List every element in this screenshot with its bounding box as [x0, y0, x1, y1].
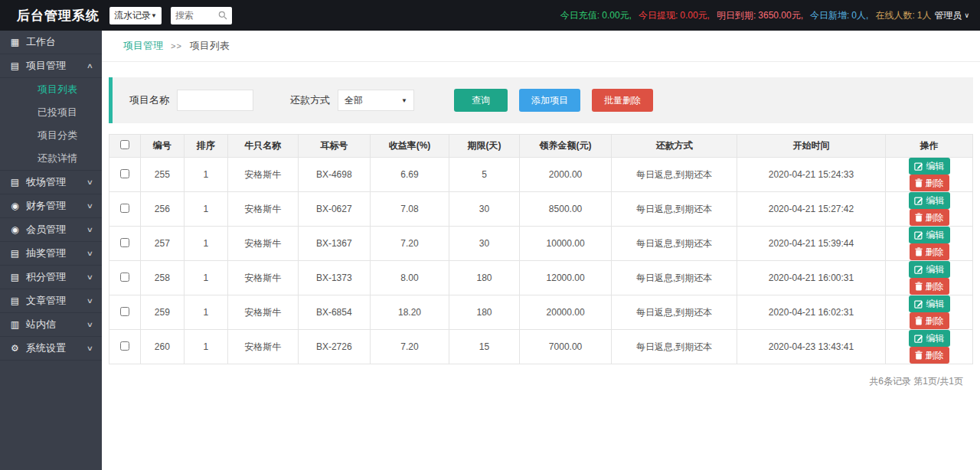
add-project-button[interactable]: 添加项目 [519, 89, 580, 112]
column-header: 牛只名称 [227, 135, 298, 158]
edit-button-label: 编辑 [926, 194, 945, 207]
table-header-row: 编号排序牛只名称耳标号收益率(%)期限(天)领养金额(元)还款方式开始时间操作 [109, 135, 973, 158]
table-row: 2591安格斯牛BX-685418.2018020000.00每日返息,到期还本… [109, 295, 973, 330]
table-cell: 安格斯牛 [227, 158, 298, 192]
breadcrumb-parent[interactable]: 项目管理 [123, 39, 163, 53]
select-all-checkbox[interactable] [120, 140, 129, 149]
edit-button-label: 编辑 [926, 298, 945, 311]
document-icon: ▤ [9, 272, 21, 282]
sidebar: ▦工作台▤项目管理∧项目列表已投项目项目分类还款详情▤牧场管理∨◉财务管理∨◉会… [0, 31, 102, 470]
table-cell: 2020-04-21 15:39:44 [737, 227, 885, 261]
query-button[interactable]: 查询 [454, 89, 508, 112]
header-stat: 今日新增:0人, [810, 9, 868, 22]
table-cell: 安格斯牛 [227, 295, 298, 330]
delete-button[interactable]: 删除 [910, 278, 949, 295]
edit-button[interactable]: 编辑 [909, 158, 950, 175]
stat-label: 明日到期: [717, 9, 756, 22]
sidebar-item-财务管理[interactable]: ◉财务管理∨ [0, 194, 102, 218]
row-actions-cell: 编辑删除 [886, 158, 973, 192]
stat-label: 今日新增: [810, 9, 849, 22]
sidebar-item-牧场管理[interactable]: ▤牧场管理∨ [0, 171, 102, 194]
row-checkbox[interactable] [120, 307, 129, 316]
table-cell: BX-6854 [298, 295, 370, 330]
search-input[interactable] [175, 10, 218, 21]
table-cell: 2020-04-21 15:27:42 [737, 192, 885, 227]
column-header: 领养金额(元) [519, 135, 612, 158]
repay-method-label: 还款方式 [290, 93, 330, 107]
header-stat: 今日充值:0.00元, [560, 9, 632, 22]
table-cell: 18.20 [370, 295, 449, 330]
column-header: 耳标号 [298, 135, 370, 158]
main-content: 项目管理 >> 项目列表 项目名称 还款方式 全部 ▼ 查询 添加项目 批量删除… [102, 31, 980, 470]
edit-button[interactable]: 编辑 [909, 261, 950, 278]
sidebar-item-积分管理[interactable]: ▤积分管理∨ [0, 266, 102, 289]
table-cell: 255 [140, 158, 185, 192]
sidebar-item-label: 工作台 [26, 35, 56, 49]
dashboard-grid-icon: ▦ [9, 37, 21, 47]
sidebar-subitem-项目分类[interactable]: 项目分类 [0, 124, 102, 147]
sidebar-item-系统设置[interactable]: ⚙系统设置∨ [0, 337, 102, 361]
document-icon: ▤ [9, 177, 21, 188]
row-checkbox[interactable] [120, 273, 129, 282]
table-row: 2581安格斯牛BX-13738.0018012000.00每日返息,到期还本2… [109, 261, 973, 295]
chevron-down-icon: ∨ [87, 273, 93, 281]
admin-menu[interactable]: 管理员 ∨ [934, 9, 969, 22]
table-cell: 每日返息,到期还本 [612, 158, 737, 192]
document-icon: ▤ [9, 295, 21, 306]
table-cell: 30 [449, 192, 519, 227]
table-row: 2601安格斯牛BX-27267.20157000.00每日返息,到期还本202… [109, 330, 973, 364]
delete-button[interactable]: 删除 [910, 312, 949, 329]
table-cell: 15 [449, 330, 519, 364]
sidebar-item-label: 项目管理 [26, 59, 66, 73]
search-icon[interactable] [218, 11, 227, 20]
edit-button[interactable]: 编辑 [909, 295, 950, 312]
table-cell: BX-2726 [298, 330, 370, 364]
stat-value: 0.00元, [602, 9, 632, 22]
row-checkbox[interactable] [120, 169, 129, 178]
row-checkbox[interactable] [120, 204, 129, 213]
edit-button-label: 编辑 [926, 332, 945, 345]
edit-button[interactable]: 编辑 [909, 192, 950, 209]
row-checkbox[interactable] [120, 238, 129, 247]
record-type-select[interactable]: 流水记录 ▼ [109, 7, 162, 24]
sidebar-subitem-项目列表[interactable]: 项目列表 [0, 78, 102, 101]
sidebar-item-会员管理[interactable]: ◉会员管理∨ [0, 218, 102, 242]
sidebar-item-工作台[interactable]: ▦工作台 [0, 31, 102, 54]
sidebar-subitem-已投项目[interactable]: 已投项目 [0, 101, 102, 124]
delete-button[interactable]: 删除 [910, 347, 949, 364]
delete-button[interactable]: 删除 [910, 175, 949, 191]
chevron-down-icon: ∨ [87, 202, 93, 210]
stat-value: 1人 [917, 9, 932, 22]
table-cell: 1 [185, 261, 227, 295]
sidebar-item-站内信[interactable]: ▥站内信∨ [0, 313, 102, 337]
sidebar-item-文章管理[interactable]: ▤文章管理∨ [0, 289, 102, 313]
chevron-down-icon: ∨ [87, 297, 93, 305]
table-cell: 20000.00 [519, 295, 612, 330]
delete-button-label: 删除 [926, 177, 944, 190]
table-cell: 7.20 [370, 227, 449, 261]
edit-button[interactable]: 编辑 [909, 227, 950, 243]
row-select-cell [109, 158, 141, 192]
chevron-down-icon: ∨ [964, 11, 969, 19]
row-select-cell [109, 227, 141, 261]
sidebar-item-抽奖管理[interactable]: ▤抽奖管理∨ [0, 242, 102, 266]
coin-icon: ◉ [9, 201, 21, 211]
row-checkbox[interactable] [120, 341, 129, 351]
chevron-down-icon: ∨ [87, 321, 93, 328]
table-cell: 每日返息,到期还本 [612, 295, 737, 330]
table-cell: 258 [140, 261, 185, 295]
delete-button[interactable]: 删除 [910, 209, 949, 226]
sidebar-subitem-还款详情[interactable]: 还款详情 [0, 147, 102, 170]
table-cell: 8.00 [370, 261, 449, 295]
column-header: 期限(天) [449, 135, 519, 158]
repay-method-select[interactable]: 全部 ▼ [338, 90, 414, 111]
header-stat: 在线人数:1人 [875, 9, 931, 22]
sidebar-item-项目管理[interactable]: ▤项目管理∧ [0, 54, 102, 78]
table-cell: 12000.00 [519, 261, 612, 295]
delete-button[interactable]: 删除 [910, 243, 949, 260]
table-cell: BX-4698 [298, 158, 370, 192]
project-name-input[interactable] [177, 90, 253, 111]
table-cell: 每日返息,到期还本 [612, 227, 737, 261]
edit-button[interactable]: 编辑 [909, 330, 950, 347]
batch-delete-button[interactable]: 批量删除 [592, 89, 653, 112]
